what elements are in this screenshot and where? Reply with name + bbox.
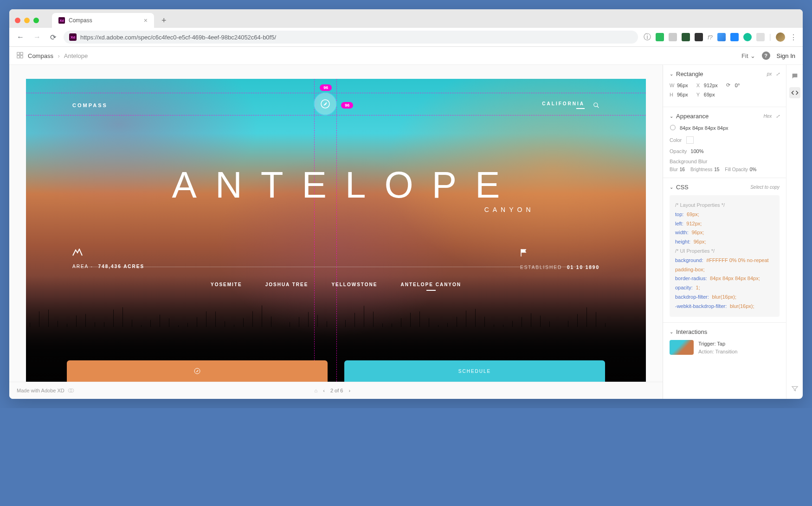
signin-link[interactable]: Sign In — [777, 52, 795, 59]
css-bf-val: blur(16px); — [712, 294, 736, 300]
forward-button[interactable]: → — [32, 31, 43, 43]
creative-cloud-icon — [67, 387, 75, 394]
hero-heading: ANTELOPE — [45, 164, 646, 206]
eyedropper-icon[interactable] — [717, 33, 726, 41]
info-icon[interactable]: ⓘ — [644, 32, 651, 42]
canvas-area: 96 96 COMPASS CALIFORNIA — [9, 65, 663, 399]
rotation-icon: ⟳ — [726, 82, 730, 88]
css-comment-ui: /* UI Properties */ — [675, 248, 715, 254]
filter-icon[interactable] — [789, 383, 800, 394]
svg-rect-0 — [17, 52, 19, 54]
section-interactions-header[interactable]: ⌄ Interactions — [670, 328, 707, 335]
cta-schedule[interactable]: SCHEDULE — [344, 360, 605, 382]
maximize-window-button[interactable] — [33, 18, 39, 23]
mountain-icon — [72, 249, 144, 258]
css-copy-link[interactable]: Select to copy — [750, 185, 780, 190]
cta-schedule-label: SCHEDULE — [458, 369, 491, 374]
opacity-value: 100% — [690, 148, 703, 154]
breadcrumb-root[interactable]: Compass — [28, 52, 53, 59]
tab-title: Compass — [69, 17, 92, 24]
inspector-panel: ⌄ Rectangle px ⤢ W96px X912px ⟳0° — [663, 65, 786, 399]
color-format[interactable]: Hex — [763, 114, 772, 119]
chevron-down-icon: ⌄ — [670, 329, 673, 334]
code-view-icon[interactable] — [789, 87, 800, 98]
park-nav-yellowstone[interactable]: YELLOWSTONE — [331, 282, 377, 291]
nav-brand[interactable]: COMPASS — [72, 102, 108, 108]
nav-underline — [576, 108, 585, 109]
svg-marker-10 — [196, 370, 198, 372]
extension-icon[interactable] — [730, 33, 739, 41]
bgblur-label: Background Blur — [670, 159, 780, 164]
menu-icon[interactable]: ⋮ — [790, 33, 797, 42]
new-tab-button[interactable]: + — [158, 16, 170, 26]
made-with-label: Made with Adobe XD — [17, 388, 64, 393]
panel-side-tools — [786, 65, 803, 399]
artboard[interactable]: 96 96 COMPASS CALIFORNIA — [26, 79, 646, 382]
section-css-header[interactable]: ⌄ CSS — [670, 184, 689, 191]
canyon-texture — [26, 79, 646, 382]
css-op-prop: opacity: — [675, 285, 693, 290]
next-page-button[interactable]: › — [348, 388, 350, 393]
browser-tab[interactable]: Xd Compass × — [52, 13, 154, 28]
extension-icon[interactable] — [682, 33, 690, 41]
extension-icons: ⓘ f? | ⋮ — [644, 32, 797, 42]
svg-rect-3 — [20, 55, 23, 58]
units-label[interactable]: px — [767, 71, 772, 77]
element-name: Rectangle — [676, 70, 703, 77]
breadcrumb-separator: › — [58, 52, 60, 59]
profile-avatar[interactable] — [776, 32, 785, 42]
extension-icon[interactable]: f? — [708, 34, 713, 41]
reload-button[interactable]: ⟳ — [48, 31, 58, 44]
park-nav-joshua-tree[interactable]: JOSHUA TREE — [265, 282, 309, 291]
tab-close-icon[interactable]: × — [144, 17, 148, 24]
nav-location[interactable]: CALIFORNIA — [542, 101, 585, 106]
divider — [72, 267, 599, 267]
prev-page-button[interactable]: ‹ — [323, 388, 325, 393]
svg-point-6 — [594, 102, 598, 106]
park-nav-yosemite[interactable]: YOSEMITE — [211, 282, 242, 291]
pager: ⌂ ‹ 2 of 6 › — [315, 388, 351, 393]
y-value: 69px — [704, 92, 715, 97]
interaction-item[interactable]: Trigger: Tap Action: Transition — [670, 340, 780, 356]
radius-values: 84px 84px 84px 84px — [680, 125, 728, 131]
css-code-box[interactable]: /* Layout Properties */ top: 69px; left:… — [670, 195, 780, 317]
zoom-value: Fit — [741, 52, 748, 59]
extension-icon[interactable] — [756, 33, 765, 41]
canvas-footer: Made with Adobe XD ⌂ ‹ 2 of 6 › — [9, 382, 663, 399]
back-button[interactable]: ← — [15, 31, 26, 43]
extension-icon[interactable] — [669, 33, 677, 41]
grammarly-icon[interactable] — [743, 33, 752, 41]
section-interactions: ⌄ Interactions Trigger: Tap Action: Tran… — [663, 323, 786, 362]
expand-icon[interactable]: ⤢ — [776, 71, 780, 77]
zoom-select[interactable]: Fit ⌄ — [741, 52, 755, 59]
artboards-grid-icon[interactable] — [17, 52, 23, 60]
fillopacity-value: 0% — [750, 167, 756, 172]
address-bar: ← → ⟳ Xd https://xd.adobe.com/spec/c6c4f… — [9, 28, 803, 47]
x-label: X — [696, 83, 701, 88]
breadcrumb-current: Antelope — [64, 52, 88, 59]
comment-icon[interactable] — [789, 70, 800, 82]
url-text: https://xd.adobe.com/spec/c6c4fec0-e5cf-… — [80, 34, 276, 41]
section-appearance-header[interactable]: ⌄ Appearance — [670, 113, 709, 120]
flag-icon — [520, 249, 599, 259]
park-nav-antelope-canyon[interactable]: ANTELOPE CANYON — [400, 282, 461, 291]
color-swatch[interactable] — [686, 136, 694, 144]
chevron-down-icon: ⌄ — [670, 71, 673, 77]
minimize-window-button[interactable] — [24, 18, 30, 23]
app-body: 96 96 COMPASS CALIFORNIA — [9, 65, 803, 399]
search-icon[interactable] — [593, 102, 599, 109]
css-top-val: 69px; — [687, 211, 699, 217]
url-input[interactable]: Xd https://xd.adobe.com/spec/c6c4fec0-e5… — [64, 31, 638, 44]
evernote-icon[interactable] — [656, 33, 664, 41]
section-transform-header[interactable]: ⌄ Rectangle — [670, 70, 703, 77]
help-icon[interactable]: ? — [762, 51, 770, 60]
close-window-button[interactable] — [15, 18, 20, 23]
browser-window: Xd Compass × + ← → ⟳ Xd https://xd.adobe… — [9, 9, 803, 399]
stat-est-label: ESTABLISHED — [520, 265, 562, 270]
extension-icon[interactable] — [695, 33, 703, 41]
home-icon[interactable]: ⌂ — [315, 388, 318, 393]
expand-icon[interactable]: ⤢ — [776, 114, 780, 119]
chevron-down-icon: ⌄ — [670, 185, 673, 190]
header-right: Fit ⌄ ? Sign In — [741, 51, 795, 60]
cta-card-1[interactable] — [67, 360, 328, 382]
